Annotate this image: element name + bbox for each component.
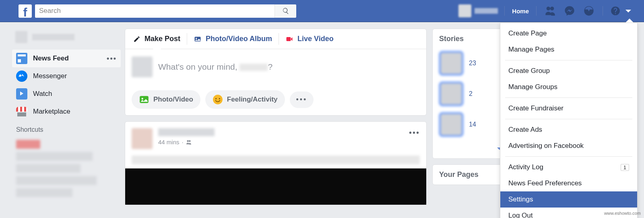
tab-make-post[interactable]: Make Post	[128, 29, 186, 49]
friend-requests-icon[interactable]	[545, 5, 556, 17]
shortcut-item[interactable]	[16, 152, 93, 161]
menu-separator	[505, 60, 632, 60]
composer-card: Make Post Photo/Video Album Live Video W…	[125, 29, 427, 116]
tab-label: Live Video	[297, 35, 334, 43]
menu-item-news-feed-preferences[interactable]: News Feed Preferences	[500, 175, 637, 191]
chip-label: Feeling/Activity	[227, 96, 278, 104]
shortcut-item[interactable]	[16, 164, 80, 173]
post-text	[132, 156, 420, 164]
sidebar-item-label: Watch	[33, 90, 52, 98]
menu-item-create-ads[interactable]: Create Ads	[500, 122, 637, 138]
tab-label: Photo/Video Album	[206, 35, 272, 43]
center-column: Make Post Photo/Video Album Live Video W…	[125, 29, 427, 205]
action-more[interactable]: •••	[290, 91, 314, 108]
menu-item-settings[interactable]: Settings	[500, 191, 637, 208]
menu-item-manage-pages[interactable]: Manage Pages	[500, 42, 637, 58]
notifications-icon[interactable]	[583, 5, 594, 17]
search-container	[35, 4, 296, 18]
search-input[interactable]	[35, 4, 275, 18]
action-photo-video[interactable]: Photo/Video	[132, 90, 200, 109]
menu-item-label: News Feed Preferences	[508, 179, 582, 187]
messenger-icon[interactable]	[564, 5, 575, 17]
divider	[279, 33, 279, 45]
left-sidebar: News Feed ••• Messenger Watch Marketplac…	[0, 29, 125, 205]
svg-point-5	[213, 95, 223, 104]
menu-item-label: Manage Pages	[508, 46, 554, 54]
sidebar-item-messenger[interactable]: Messenger	[12, 67, 121, 85]
sidebar-item-label: Messenger	[33, 72, 67, 80]
post-info: 44 mins ·	[158, 128, 403, 149]
menu-item-activity-log[interactable]: Activity Log1	[500, 159, 637, 175]
photo-icon	[194, 35, 202, 43]
menu-item-label: Create Ads	[508, 126, 542, 134]
menu-item-label: Create Fundraiser	[508, 104, 564, 112]
story-avatar	[439, 112, 463, 137]
sidebar-item-newsfeed[interactable]: News Feed •••	[12, 50, 121, 67]
post-menu-button[interactable]: •••	[409, 128, 420, 149]
avatar	[15, 31, 27, 43]
photo-icon	[139, 94, 149, 105]
menu-item-advertising-on-facebook[interactable]: Advertising on Facebook	[500, 138, 637, 154]
post-author[interactable]	[158, 128, 215, 136]
menu-separator	[505, 98, 632, 98]
newsfeed-icon	[16, 53, 27, 64]
menu-item-label: Advertising on Facebook	[508, 142, 584, 150]
composer-body[interactable]: What's on your mind, ?	[125, 49, 426, 86]
menu-item-create-group[interactable]: Create Group	[500, 63, 637, 79]
post-time[interactable]: 44 mins	[158, 139, 180, 145]
action-feeling-activity[interactable]: Feeling/Activity	[205, 90, 285, 109]
video-icon	[285, 35, 293, 43]
sidebar-item-label: Marketplace	[33, 108, 70, 116]
pencil-icon	[133, 35, 140, 43]
menu-separator	[505, 156, 632, 157]
more-icon[interactable]: •••	[107, 54, 117, 63]
post-image[interactable]	[125, 168, 426, 205]
menu-item-label: Create Group	[508, 67, 550, 75]
settings-menu-caret[interactable]	[625, 10, 631, 12]
svg-point-7	[219, 98, 220, 99]
feed-post: 44 mins · •••	[125, 121, 427, 205]
shortcut-item[interactable]	[16, 176, 97, 185]
sidebar-item-label: News Feed	[33, 54, 69, 62]
post-meta: 44 mins ·	[158, 139, 403, 145]
svg-point-4	[142, 98, 143, 100]
help-icon[interactable]	[610, 6, 621, 16]
tab-live-video[interactable]: Live Video	[280, 29, 339, 49]
shortcut-item[interactable]	[16, 140, 40, 149]
menu-item-create-fundraiser[interactable]: Create Fundraiser	[500, 100, 637, 116]
facebook-logo[interactable]: f	[19, 4, 32, 18]
prompt-prefix: What's on your mind,	[158, 62, 239, 71]
avatar[interactable]	[132, 128, 153, 149]
smiley-icon	[213, 94, 223, 105]
tab-photo-album[interactable]: Photo/Video Album	[188, 29, 278, 49]
chip-label: Photo/Video	[153, 96, 193, 104]
activity-badge: 1	[621, 164, 629, 171]
top-bar: f Home	[0, 0, 644, 22]
avatar	[132, 56, 153, 77]
search-button[interactable]	[275, 4, 296, 18]
story-time: 14	[469, 121, 476, 128]
shortcut-item[interactable]	[16, 188, 72, 197]
menu-item-create-page[interactable]: Create Page	[500, 25, 637, 42]
avatar	[458, 4, 471, 17]
divider	[187, 33, 187, 45]
audience-friends-icon	[186, 139, 192, 145]
menu-separator	[505, 119, 632, 119]
messenger-icon	[16, 71, 27, 82]
menu-item-manage-groups[interactable]: Manage Groups	[500, 79, 637, 95]
top-profile-link[interactable]	[454, 4, 503, 17]
menu-item-label: Settings	[508, 195, 533, 203]
story-time: 23	[469, 60, 476, 67]
watch-icon	[16, 88, 27, 100]
story-avatar	[439, 51, 463, 75]
menu-item-label: Activity Log	[508, 163, 543, 171]
divider	[536, 6, 537, 16]
home-link[interactable]: Home	[506, 8, 535, 15]
marketplace-icon	[16, 106, 27, 117]
sidebar-item-watch[interactable]: Watch	[12, 85, 121, 103]
story-avatar	[439, 82, 463, 106]
sidebar-item-marketplace[interactable]: Marketplace	[12, 103, 121, 120]
sidebar-profile[interactable]	[12, 29, 121, 46]
post-header: 44 mins · •••	[125, 122, 426, 153]
profile-name	[475, 8, 498, 14]
